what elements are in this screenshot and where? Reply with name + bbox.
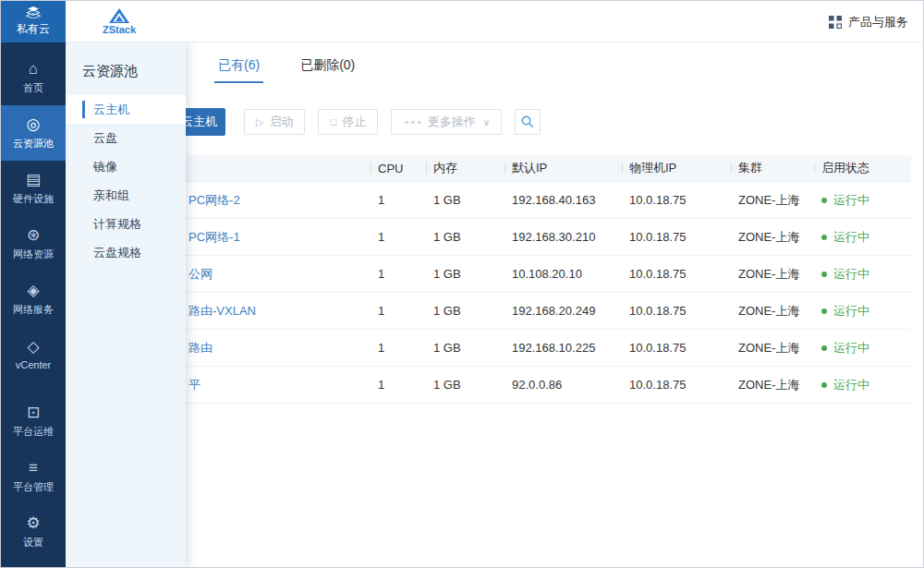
vm-cluster: ZONE-上海	[731, 330, 814, 366]
app-window: 私有云 ZStack 产品与服务 ⌂ 首页 ◎	[0, 0, 924, 568]
vm-default-ip: 192.168.10.225	[505, 330, 622, 366]
table-row[interactable]: PC网络-2 1 1 GB 192.168.40.163 10.0.18.75 …	[84, 182, 911, 219]
stop-icon: □	[330, 116, 336, 127]
zstack-logo-icon	[109, 8, 129, 23]
status-text: 运行中	[833, 340, 869, 357]
sidebar-item-network-resource[interactable]: ⊛ 网络资源	[1, 216, 66, 272]
vm-name-link[interactable]: PC网络-1	[188, 229, 240, 246]
vm-host-ip: 10.0.18.75	[622, 293, 731, 329]
status-badge: 运行中	[821, 229, 869, 246]
sidebar-item-resource-pool[interactable]: ◎ 云资源池	[1, 105, 66, 161]
table-row[interactable]: 平 1 1 GB 92.0.0.86 10.0.18.75 ZONE-上海 运行…	[84, 367, 911, 404]
status-dot-icon	[821, 345, 827, 351]
table-row[interactable]: PC网络-1 1 1 GB 192.168.30.210 10.0.18.75 …	[84, 219, 911, 256]
vm-cluster: ZONE-上海	[731, 256, 814, 292]
column-header-host-ip[interactable]: 物理机IP	[622, 155, 731, 181]
sidebar-item-vcenter[interactable]: ◇ vCenter	[1, 327, 66, 382]
main-sidebar: ⌂ 首页 ◎ 云资源池 ▤ 硬件设施 ⊛ 网络资源 ◈ 网络服务 ◇ vCent…	[1, 42, 66, 567]
column-header-memory[interactable]: 内存	[426, 155, 505, 181]
sidebar-item-network-service[interactable]: ◈ 网络服务	[1, 272, 66, 327]
status-dot-icon	[821, 198, 827, 203]
vm-cpu: 1	[371, 330, 426, 366]
stop-button-label: 停止	[342, 114, 366, 130]
vm-name-link[interactable]: 公网	[188, 266, 213, 283]
vm-memory: 1 GB	[426, 330, 505, 366]
vm-name-link[interactable]: 平	[188, 377, 201, 393]
vm-cpu: 1	[371, 256, 426, 292]
vm-name-link[interactable]: 路由-VXLAN	[188, 303, 256, 320]
sidebar-item-label: 首页	[23, 81, 43, 95]
status-badge: 运行中	[821, 192, 869, 209]
vm-cluster: ZONE-上海	[731, 182, 814, 218]
vm-default-ip: 192.168.30.210	[505, 219, 622, 255]
start-icon: ▷	[256, 116, 263, 128]
column-header-cluster[interactable]: 集群	[731, 155, 814, 181]
vcenter-icon: ◇	[27, 339, 39, 355]
table-row[interactable]: 路由-VXLAN 1 1 GB 192.168.20.249 10.0.18.7…	[84, 293, 911, 330]
start-button-label: 启动	[269, 114, 293, 130]
sidebar-item-label: 网络资源	[13, 248, 54, 261]
hardware-icon: ▤	[26, 172, 41, 187]
sidebar-item-label: 平台运维	[13, 425, 54, 439]
products-services-menu[interactable]: 产品与服务	[829, 1, 908, 42]
sidebar-item-label: 设置	[23, 536, 43, 550]
sidebar-item-home[interactable]: ⌂ 首页	[1, 50, 66, 105]
vm-host-ip: 10.0.18.75	[622, 182, 731, 218]
resource-pool-icon: ◎	[27, 116, 41, 132]
column-header-default-ip[interactable]: 默认IP	[505, 155, 622, 181]
column-header-status[interactable]: 启用状态	[814, 155, 911, 181]
vm-memory: 1 GB	[426, 256, 505, 292]
sidebar-item-label: 云资源池	[13, 137, 54, 151]
search-icon	[521, 115, 534, 128]
start-button[interactable]: ▷ 启动	[244, 109, 305, 135]
submenu-item-affinity-group[interactable]: 亲和组	[66, 181, 186, 210]
zstack-logo-text: ZStack	[103, 25, 136, 35]
content-tabs: 已有(6) 已删除(0)	[186, 42, 923, 87]
submenu-item-disk-offering[interactable]: 云盘规格	[66, 238, 186, 267]
sidebar-item-settings[interactable]: ⚙ 设置	[1, 504, 66, 560]
network-service-icon: ◈	[27, 283, 39, 298]
submenu-item-volume[interactable]: 云盘	[66, 124, 186, 152]
tab-existing[interactable]: 已有(6)	[218, 42, 260, 87]
vm-host-ip: 10.0.18.75	[622, 219, 731, 255]
toolbar-buttons: ▷ 启动 □ 停止 ∘∘∘ 更多操作 ∨	[244, 109, 541, 135]
vm-cpu: 1	[371, 367, 426, 403]
sidebar-group-divider	[1, 382, 66, 393]
submenu-item-image[interactable]: 镜像	[66, 152, 186, 181]
submenu-title: 云资源池	[66, 42, 186, 95]
status-text: 运行中	[833, 229, 869, 246]
vm-cluster: ZONE-上海	[731, 367, 814, 403]
sidebar-item-hardware[interactable]: ▤ 硬件设施	[1, 161, 66, 216]
submenu-item-vm[interactable]: 云主机	[66, 95, 186, 124]
vm-name-link[interactable]: PC网络-2	[188, 192, 240, 209]
status-dot-icon	[821, 382, 827, 388]
ops-icon: ⊡	[27, 405, 40, 420]
sidebar-item-platform-ops[interactable]: ⊡ 平台运维	[1, 393, 66, 449]
submenu-item-instance-offering[interactable]: 计算规格	[66, 210, 186, 238]
vm-memory: 1 GB	[426, 367, 505, 403]
search-button[interactable]	[515, 109, 541, 135]
status-text: 运行中	[833, 266, 869, 283]
vm-memory: 1 GB	[426, 182, 505, 218]
vm-default-ip: 10.108.20.10	[505, 256, 622, 292]
table-row[interactable]: 路由 1 1 GB 192.168.10.225 10.0.18.75 ZONE…	[84, 330, 911, 367]
vm-cpu: 1	[371, 219, 426, 255]
vm-host-ip: 10.0.18.75	[622, 367, 731, 403]
top-bar: ZStack 产品与服务	[66, 1, 923, 42]
vm-table: CPU 内存 默认IP 物理机IP 集群 启用状态 PC网络-2 1 1 GB …	[84, 155, 911, 404]
column-header-cpu[interactable]: CPU	[371, 155, 426, 181]
vm-name-link[interactable]: 路由	[188, 340, 213, 357]
tab-deleted[interactable]: 已删除(0)	[300, 42, 355, 87]
sidebar-item-platform-management[interactable]: ≡ 平台管理	[1, 449, 66, 504]
more-actions-icon: ∘∘∘	[403, 116, 422, 128]
sidebar-item-label: 硬件设施	[13, 192, 54, 206]
vm-host-ip: 10.0.18.75	[622, 256, 731, 292]
vm-cluster: ZONE-上海	[731, 293, 814, 329]
table-row[interactable]: 公网 1 1 GB 10.108.20.10 10.0.18.75 ZONE-上…	[84, 256, 911, 293]
vm-default-ip: 92.0.0.86	[505, 367, 622, 403]
management-icon: ≡	[29, 460, 38, 476]
sidebar-item-label: 平台管理	[13, 480, 54, 494]
private-cloud-label: 私有云	[17, 21, 50, 37]
more-actions-button[interactable]: ∘∘∘ 更多操作 ∨	[391, 109, 502, 135]
stop-button[interactable]: □ 停止	[318, 109, 378, 135]
